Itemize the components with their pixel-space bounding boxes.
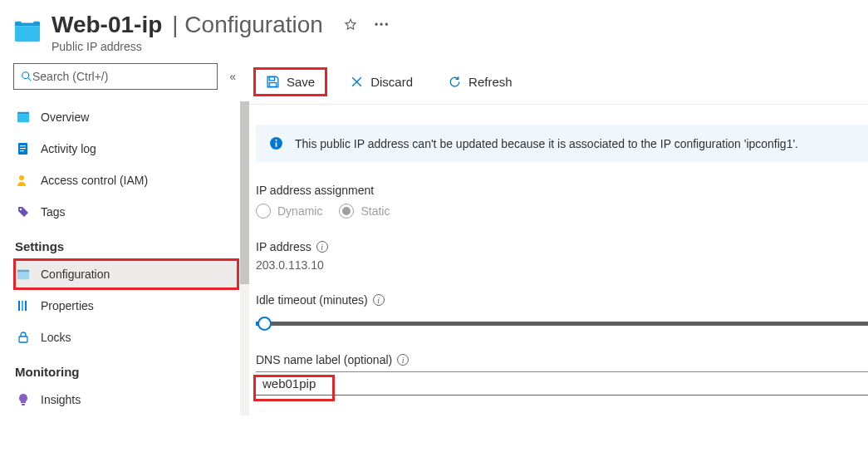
radio-static [339,204,354,219]
search-input[interactable] [32,70,210,83]
main-content: Save Discard Refresh This public IP addr… [249,63,868,452]
svg-point-8 [20,209,22,210]
sidebar-item-locks[interactable]: Locks [13,322,239,353]
save-icon [266,75,280,89]
svg-point-7 [19,175,24,180]
info-i-icon[interactable]: i [316,241,328,253]
info-icon [269,136,283,150]
sidebar-item-access-control[interactable]: Access control (IAM) [13,165,239,196]
properties-icon [17,299,30,312]
access-control-icon [17,174,30,187]
radio-dynamic-label: Dynamic [277,204,322,218]
overview-icon [17,111,30,124]
configuration-icon [17,268,30,281]
svg-rect-4 [20,145,26,146]
idle-timeout-slider[interactable] [256,315,868,332]
svg-rect-6 [20,150,24,151]
more-icon[interactable]: ••• [375,19,390,31]
discard-icon [350,75,364,89]
svg-point-20 [275,140,277,141]
slider-thumb[interactable] [257,317,272,331]
sidebar-scrollbar[interactable] [240,101,249,415]
svg-point-1 [22,72,29,79]
ip-address-value: 203.0.113.10 [256,258,868,272]
collapse-sidebar-icon[interactable]: « [229,70,236,83]
activity-log-icon [17,142,30,155]
discard-button-label: Discard [370,75,413,89]
save-button[interactable]: Save [256,70,325,94]
sidebar-item-label: Properties [41,299,94,312]
sidebar-section-settings: Settings [13,228,239,258]
sidebar-item-properties[interactable]: Properties [13,290,239,322]
ip-address-field: IP address i 203.0.113.10 [256,240,868,272]
info-banner-text: This public IP address can't be updated … [295,137,798,150]
sidebar-item-activity-log[interactable]: Activity log [13,133,239,165]
ip-assignment-field: IP address assignment Dynamic Static [256,184,868,219]
refresh-icon [448,75,462,89]
ip-address-label: IP address [256,240,311,253]
sidebar-item-insights[interactable]: Insights [13,384,239,415]
resource-type: Public IP address [51,40,390,53]
svg-rect-10 [22,301,23,311]
radio-dynamic [256,204,271,219]
sidebar: « Overview Activity log Access control (… [0,63,249,452]
resource-name: Web-01-ip [51,12,162,38]
svg-rect-19 [276,142,277,146]
refresh-button-label: Refresh [468,75,512,89]
save-button-label: Save [287,75,315,89]
info-i-icon[interactable]: i [397,354,409,366]
page-header: Web-01-ip | Configuration ••• Public IP … [0,0,868,63]
info-banner: This public IP address can't be updated … [256,125,868,162]
svg-rect-9 [18,301,20,311]
svg-rect-0 [21,20,33,23]
sidebar-item-tags[interactable]: Tags [13,196,239,228]
info-i-icon[interactable]: i [373,294,385,306]
discard-button[interactable]: Discard [340,70,423,94]
sidebar-item-label: Activity log [41,142,96,155]
sidebar-item-label: Insights [41,393,81,406]
svg-rect-14 [269,77,274,81]
page-title: | Configuration [172,12,323,38]
svg-line-2 [28,78,32,81]
radio-static-label: Static [360,204,390,218]
svg-rect-11 [25,301,27,311]
sidebar-search[interactable] [13,63,218,90]
dns-name-input[interactable] [256,372,868,396]
sidebar-item-label: Overview [41,111,89,124]
search-icon [21,71,32,82]
refresh-button[interactable]: Refresh [438,70,522,94]
locks-icon [17,331,30,344]
dns-name-field: DNS name label (optional) i web01pip [256,353,868,396]
svg-rect-5 [20,148,26,149]
sidebar-nav: Overview Activity log Access control (IA… [13,101,249,415]
tags-icon [17,205,30,219]
idle-timeout-label: Idle timeout (minutes) [256,293,368,307]
svg-rect-15 [269,83,277,87]
svg-rect-13 [22,404,25,405]
sidebar-item-overview[interactable]: Overview [13,101,239,133]
sidebar-section-monitoring: Monitoring [13,353,239,384]
insights-icon [17,393,30,406]
resource-icon [13,17,42,45]
dns-name-label: DNS name label (optional) [256,353,392,366]
sidebar-item-label: Access control (IAM) [41,174,148,187]
idle-timeout-field: Idle timeout (minutes) i [256,293,868,332]
sidebar-item-label: Tags [41,205,66,219]
favorite-icon[interactable] [343,17,358,32]
dns-highlight: web01pip [256,377,332,399]
svg-rect-12 [19,337,27,342]
sidebar-item-label: Locks [41,331,71,344]
ip-assignment-label: IP address assignment [256,184,868,197]
sidebar-item-label: Configuration [41,268,110,281]
toolbar: Save Discard Refresh [249,63,868,105]
sidebar-item-configuration[interactable]: Configuration [13,258,239,290]
